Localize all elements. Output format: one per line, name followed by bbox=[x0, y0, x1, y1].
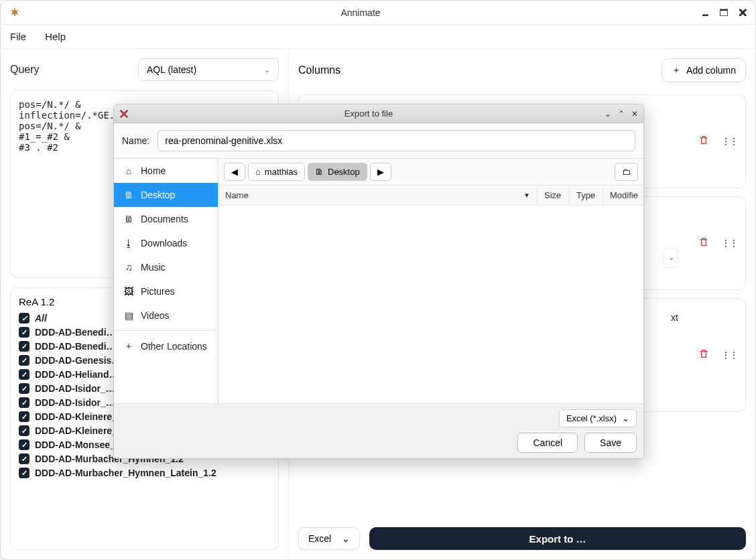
query-language-select[interactable]: AQL (latest) ⌄ bbox=[138, 58, 279, 81]
checkbox-icon: ✓ bbox=[19, 453, 29, 464]
sidebar-item-home[interactable]: ⌂ Home bbox=[114, 159, 218, 183]
cancel-button[interactable]: Cancel bbox=[517, 433, 578, 453]
corpus-item-label: DDD-AD-Heliand… bbox=[35, 369, 118, 380]
col-type[interactable]: Type bbox=[570, 186, 603, 204]
checkbox-icon: ✓ bbox=[19, 425, 29, 436]
save-button[interactable]: Save bbox=[584, 433, 637, 453]
maximize-icon[interactable]: 🗖 bbox=[719, 7, 729, 18]
trash-icon[interactable] bbox=[698, 135, 709, 148]
checkbox-icon: ✓ bbox=[19, 411, 29, 422]
sidebar-item-documents[interactable]: 🗎 Documents bbox=[114, 207, 218, 231]
checkbox-icon: ✓ bbox=[19, 355, 29, 366]
columns-heading: Columns bbox=[298, 64, 340, 76]
chevron-down-icon[interactable]: ⌄ bbox=[664, 248, 678, 268]
drag-handle-icon[interactable]: ⋮⋮ bbox=[721, 350, 737, 360]
file-dialog: Export to file ⌄ ⌃ ✕ Name: ⌂ Home 🗎 Desk… bbox=[113, 104, 644, 459]
home-icon: ⌂ bbox=[123, 165, 134, 176]
picture-icon: 🖼 bbox=[123, 286, 134, 297]
checkbox-icon: ✓ bbox=[19, 327, 29, 338]
dialog-minimize-icon[interactable]: ⌄ bbox=[605, 109, 611, 119]
path-segment-user[interactable]: ⌂ matthias bbox=[248, 163, 305, 181]
checkbox-icon: ✓ bbox=[19, 439, 29, 450]
file-list-area[interactable] bbox=[218, 206, 643, 403]
checkbox-icon: ✓ bbox=[19, 383, 29, 394]
file-icon: 🗎 bbox=[123, 190, 134, 200]
corpus-item[interactable]: ✓DDD-AD-Murbacher_Hymnen_Latein_1.2 bbox=[19, 468, 270, 478]
sidebar-item-pictures[interactable]: 🖼 Pictures bbox=[114, 279, 218, 303]
checkbox-icon: ✓ bbox=[19, 313, 29, 324]
export-format-select[interactable]: Excel ⌄ bbox=[298, 527, 360, 550]
path-segment-current[interactable]: 🗎 Desktop bbox=[308, 163, 367, 181]
path-forward-button[interactable]: ▶ bbox=[370, 163, 391, 181]
app-window: Annimate 🗕 🗖 🗙 File Help Query AQL (late… bbox=[0, 0, 756, 560]
drag-handle-icon[interactable]: ⋮⋮ bbox=[721, 136, 737, 147]
app-title: Annimate bbox=[21, 7, 700, 18]
chevron-down-icon: ⌄ bbox=[342, 533, 350, 544]
file-type-select[interactable]: Excel (*.xlsx) ⌄ bbox=[559, 409, 637, 427]
col-name[interactable]: Name ▼ bbox=[218, 186, 538, 204]
corpus-item-label: DDD-AD-Genesis… bbox=[35, 355, 121, 366]
file-icon: 🗎 bbox=[123, 214, 134, 224]
sidebar-item-other[interactable]: ＋ Other Locations bbox=[114, 334, 218, 359]
sidebar-item-videos[interactable]: ▤ Videos bbox=[114, 303, 218, 328]
corpus-item-label: DDD-AD-Isidor_… bbox=[35, 397, 115, 408]
path-back-button[interactable]: ◀ bbox=[224, 163, 245, 181]
corpus-item-label: DDD-AD-Benedi… bbox=[35, 341, 116, 352]
corpus-item-label: DDD-AD-Benedi… bbox=[35, 327, 116, 338]
corpus-item-label: DDD-AD-Isidor_… bbox=[35, 383, 115, 394]
sort-desc-icon: ▼ bbox=[523, 192, 530, 199]
plus-icon: ＋ bbox=[123, 340, 134, 352]
plus-icon: ＋ bbox=[672, 64, 681, 76]
dialog-title: Export to file bbox=[133, 109, 605, 119]
col-size[interactable]: Size bbox=[538, 186, 570, 204]
col-modified[interactable]: Modifie bbox=[603, 186, 643, 204]
trash-icon[interactable] bbox=[698, 236, 709, 250]
dialog-pathbar: ◀ ⌂ matthias 🗎 Desktop ▶ 🗀 bbox=[218, 159, 643, 186]
titlebar: Annimate 🗕 🗖 🗙 bbox=[1, 1, 755, 25]
chevron-down-icon: ⌄ bbox=[622, 413, 629, 423]
music-icon: ♫ bbox=[123, 262, 134, 273]
new-folder-button[interactable]: 🗀 bbox=[615, 163, 638, 181]
corpus-item-label: DDD-AD-Murbacher_Hymnen_Latein_1.2 bbox=[35, 468, 216, 478]
file-icon: 🗎 bbox=[315, 167, 324, 177]
sidebar-item-desktop[interactable]: 🗎 Desktop bbox=[114, 183, 218, 207]
dialog-maximize-icon[interactable]: ⌃ bbox=[618, 109, 625, 119]
file-table-header: Name ▼ Size Type Modifie bbox=[218, 186, 643, 206]
corpus-item-label: All bbox=[35, 313, 47, 324]
close-icon[interactable]: 🗙 bbox=[738, 7, 747, 18]
trash-icon[interactable] bbox=[698, 348, 709, 362]
x11-icon bbox=[119, 109, 129, 119]
video-icon: ▤ bbox=[123, 310, 134, 321]
menu-help[interactable]: Help bbox=[45, 31, 66, 42]
checkbox-icon: ✓ bbox=[19, 341, 29, 352]
home-icon: ⌂ bbox=[255, 167, 261, 177]
export-format-value: Excel bbox=[308, 533, 331, 544]
filename-label: Name: bbox=[122, 135, 149, 146]
dialog-close-icon[interactable]: ✕ bbox=[631, 109, 638, 119]
download-icon: ⭳ bbox=[123, 238, 134, 249]
checkbox-icon: ✓ bbox=[19, 397, 29, 408]
minimize-icon[interactable]: 🗕 bbox=[700, 7, 710, 18]
checkbox-icon: ✓ bbox=[19, 369, 29, 380]
checkbox-icon: ✓ bbox=[19, 468, 29, 478]
menubar: File Help bbox=[1, 25, 755, 49]
app-logo-icon bbox=[9, 7, 21, 19]
add-column-label: Add column bbox=[686, 65, 736, 76]
export-button[interactable]: Export to … bbox=[369, 527, 746, 550]
dialog-sidebar: ⌂ Home 🗎 Desktop 🗎 Documents ⭳ Downloads… bbox=[114, 159, 218, 403]
query-heading: Query bbox=[10, 64, 40, 76]
add-column-button[interactable]: ＋ Add column bbox=[662, 58, 746, 82]
query-language-value: AQL (latest) bbox=[147, 64, 196, 75]
sidebar-item-downloads[interactable]: ⭳ Downloads bbox=[114, 231, 218, 255]
drag-handle-icon[interactable]: ⋮⋮ bbox=[721, 238, 737, 249]
menu-file[interactable]: File bbox=[10, 31, 26, 42]
filename-input[interactable] bbox=[158, 130, 635, 151]
chevron-down-icon: ⌄ bbox=[264, 66, 270, 74]
dialog-titlebar: Export to file ⌄ ⌃ ✕ bbox=[114, 104, 643, 123]
sidebar-item-music[interactable]: ♫ Music bbox=[114, 255, 218, 279]
column-text-label: xt bbox=[671, 312, 678, 323]
